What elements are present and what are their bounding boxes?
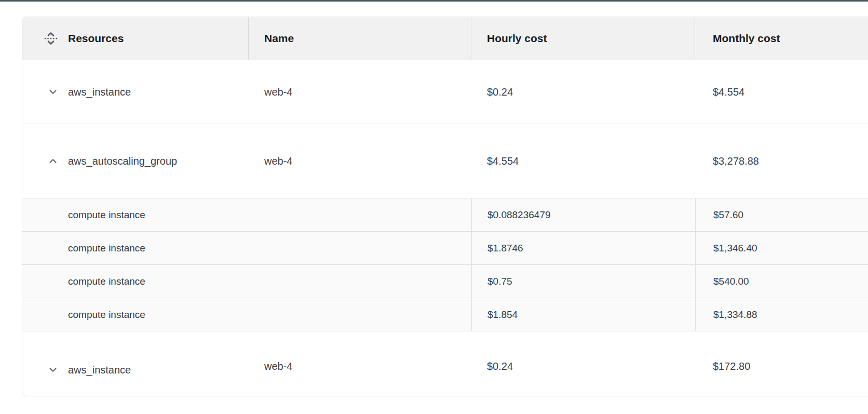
monthly-cost-cell: $4.554 bbox=[695, 60, 868, 124]
chevron-up-icon[interactable] bbox=[47, 155, 59, 167]
top-accent-bar bbox=[0, 0, 868, 2]
cost-component-cell: compute instance bbox=[22, 232, 249, 264]
cost-component-cell: compute instance bbox=[22, 198, 249, 231]
hourly-cost-cell: $4.554 bbox=[471, 124, 695, 198]
name-cell bbox=[249, 265, 471, 298]
column-header-label: Name bbox=[264, 32, 294, 45]
chevron-down-icon[interactable] bbox=[47, 86, 59, 98]
table-row[interactable]: aws_instance web-4 $0.24 $172.80 bbox=[22, 331, 868, 396]
chevron-down-icon[interactable] bbox=[47, 364, 59, 376]
name-cell: web-4 bbox=[249, 124, 471, 198]
resources-cell: aws_instance bbox=[22, 331, 249, 396]
resource-type: aws_instance bbox=[68, 364, 131, 376]
monthly-cost-cell: $1,334.88 bbox=[695, 298, 868, 331]
hourly-cost-cell: $1.854 bbox=[471, 298, 695, 331]
hourly-cost-cell: $1.8746 bbox=[471, 232, 695, 264]
column-header-label: Hourly cost bbox=[487, 32, 547, 45]
name-cell: web-4 bbox=[249, 60, 471, 124]
cost-table: Resources Name Hourly cost Monthly cost … bbox=[22, 17, 868, 396]
hourly-cost-cell: $0.088236479 bbox=[471, 198, 695, 231]
monthly-cost-cell: $3,278.88 bbox=[695, 124, 868, 198]
sub-row: compute instance $1.8746 $1,346.40 bbox=[22, 231, 868, 264]
column-header-label: Resources bbox=[68, 32, 124, 45]
hourly-cost-cell: $0.24 bbox=[471, 60, 695, 124]
table-header-row: Resources Name Hourly cost Monthly cost bbox=[22, 17, 868, 60]
resources-cell: aws_autoscaling_group bbox=[22, 124, 249, 198]
column-header-hourly-cost[interactable]: Hourly cost bbox=[471, 17, 695, 60]
monthly-cost-cell: $57.60 bbox=[695, 198, 868, 231]
column-header-name[interactable]: Name bbox=[249, 17, 471, 60]
monthly-cost-cell: $540.00 bbox=[695, 265, 868, 298]
name-cell: web-4 bbox=[249, 331, 471, 396]
table-row[interactable]: aws_instance web-4 $0.24 $4.554 bbox=[22, 60, 868, 124]
sub-row: compute instance $1.854 $1,334.88 bbox=[22, 298, 868, 331]
column-header-label: Monthly cost bbox=[713, 32, 780, 45]
column-header-resources[interactable]: Resources bbox=[22, 17, 249, 60]
drag-handle-icon[interactable] bbox=[42, 30, 60, 47]
cost-component-cell: compute instance bbox=[22, 265, 249, 298]
column-header-monthly-cost[interactable]: Monthly cost bbox=[695, 17, 868, 60]
name-cell bbox=[249, 198, 471, 231]
resource-type: aws_instance bbox=[68, 86, 131, 98]
hourly-cost-cell: $0.75 bbox=[471, 265, 695, 298]
monthly-cost-cell: $1,346.40 bbox=[695, 232, 868, 264]
sub-row: compute instance $0.088236479 $57.60 bbox=[22, 198, 868, 231]
resource-type: aws_autoscaling_group bbox=[68, 155, 177, 167]
hourly-cost-cell: $0.24 bbox=[471, 331, 695, 396]
name-cell bbox=[249, 298, 471, 331]
cost-component-cell: compute instance bbox=[22, 298, 249, 331]
resources-cell: aws_instance bbox=[22, 60, 249, 124]
name-cell bbox=[249, 232, 471, 264]
sub-row: compute instance $0.75 $540.00 bbox=[22, 264, 868, 298]
monthly-cost-cell: $172.80 bbox=[695, 331, 868, 396]
table-row[interactable]: aws_autoscaling_group web-4 $4.554 $3,27… bbox=[22, 124, 868, 198]
